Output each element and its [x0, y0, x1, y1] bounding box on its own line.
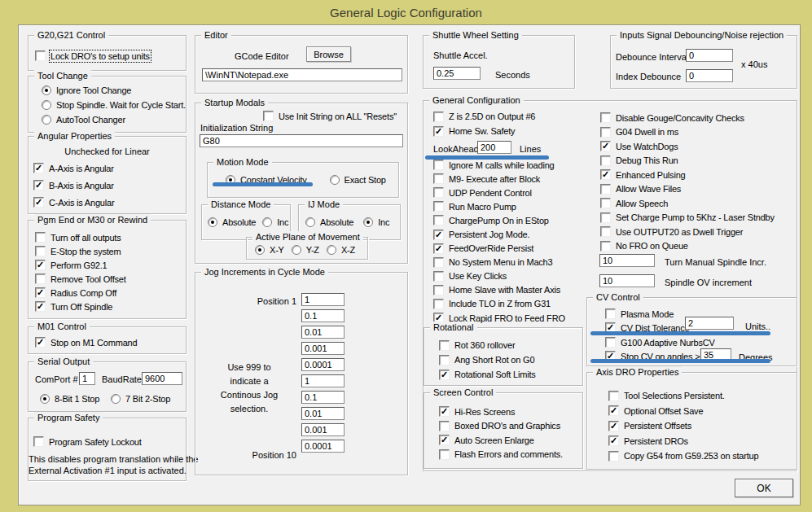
radio-button[interactable]: [255, 245, 265, 255]
checkbox-row[interactable]: Persistent Offsets: [608, 418, 758, 434]
checkbox[interactable]: [33, 197, 44, 208]
checkbox-row[interactable]: Perform G92.1: [35, 258, 126, 272]
g100-nurbs-row[interactable]: G100 Adaptive NurbsCV: [605, 337, 715, 348]
checkbox[interactable]: [600, 127, 611, 138]
checkbox-row[interactable]: FeedOverRide Persist: [433, 242, 565, 256]
checkbox-row[interactable]: No FRO on Queue: [600, 239, 775, 254]
checkbox-row[interactable]: Boxed DRO's and Graphics: [439, 419, 563, 434]
shuttle-accel-input[interactable]: [433, 67, 481, 80]
checkbox[interactable]: [600, 226, 611, 237]
checkbox-row[interactable]: ChargePump On in EStop: [433, 213, 565, 227]
checkbox[interactable]: [600, 198, 611, 208]
checkbox[interactable]: [439, 370, 450, 380]
checkbox[interactable]: [433, 112, 444, 122]
checkbox-row[interactable]: Use Key Clicks: [433, 269, 565, 283]
checkbox-row[interactable]: Debug This Run: [600, 154, 775, 168]
radio-button[interactable]: [330, 175, 340, 185]
checkbox-row[interactable]: Radius Comp Off: [35, 286, 126, 300]
checkbox-row[interactable]: Z is 2.5D on Output #6: [433, 109, 535, 124]
checkbox[interactable]: [433, 187, 444, 198]
radio-row[interactable]: Inc: [363, 215, 389, 229]
radio-row[interactable]: X-Z: [327, 244, 355, 256]
checkbox[interactable]: [608, 391, 619, 401]
checkbox[interactable]: [608, 405, 619, 416]
radio-button[interactable]: [305, 217, 315, 227]
checkbox[interactable]: [35, 274, 46, 284]
checkbox[interactable]: [600, 155, 611, 166]
radio-row[interactable]: Absolute: [208, 215, 256, 229]
checkbox-row[interactable]: UDP Pendent Control: [433, 186, 565, 199]
checkbox[interactable]: [433, 173, 444, 184]
checkbox[interactable]: [433, 126, 444, 137]
checkbox-row[interactable]: Ang Short Rot on G0: [439, 352, 536, 367]
radio-row[interactable]: Stop Spindle. Wait for Cycle Start.: [42, 98, 186, 112]
jog-increment-input[interactable]: [301, 342, 345, 355]
radio-row[interactable]: AutoTool Changer: [42, 112, 186, 127]
jog-increment-input[interactable]: [301, 440, 345, 453]
checkbox[interactable]: [33, 180, 44, 190]
checkbox[interactable]: [608, 451, 619, 462]
checkbox[interactable]: [433, 243, 444, 254]
checkbox[interactable]: [433, 257, 444, 268]
radio-button[interactable]: [40, 394, 50, 404]
radio-button[interactable]: [42, 100, 51, 110]
checkbox[interactable]: [605, 309, 616, 319]
jog-increment-input[interactable]: [301, 358, 345, 371]
radio-button[interactable]: [363, 217, 373, 227]
checkbox[interactable]: [35, 246, 46, 256]
checkbox-row[interactable]: Turn off all outputs: [35, 230, 126, 244]
radio-row[interactable]: X-Y: [255, 244, 284, 256]
radio-row[interactable]: Absolute: [305, 215, 353, 229]
checkbox-row[interactable]: Auto Screen Enlarge: [439, 433, 563, 448]
checkbox[interactable]: [33, 436, 44, 447]
checkbox-row[interactable]: No System Menu in Mach3: [433, 256, 565, 269]
checkbox[interactable]: [35, 337, 46, 348]
checkbox[interactable]: [433, 201, 444, 212]
checkbox[interactable]: [439, 435, 450, 445]
checkbox[interactable]: [35, 260, 46, 270]
checkbox-row[interactable]: Allow Wave Files: [600, 182, 775, 197]
checkbox[interactable]: [433, 215, 444, 225]
checkbox[interactable]: [600, 184, 611, 195]
radio-button[interactable]: [111, 394, 121, 404]
checkbox[interactable]: [608, 435, 619, 446]
baudrate-input[interactable]: [142, 372, 182, 385]
ok-button[interactable]: OK: [735, 479, 793, 497]
gcode-editor-path-input[interactable]: [202, 68, 402, 81]
checkbox[interactable]: [35, 287, 46, 298]
checkbox-row[interactable]: Home Slave with Master Axis: [433, 283, 565, 297]
jog-increment-input[interactable]: [301, 374, 345, 387]
checkbox-row[interactable]: Rotational Soft Limits: [439, 367, 536, 382]
checkbox-row[interactable]: Stop on M1 Command: [35, 335, 137, 349]
checkbox-row[interactable]: Persistent DROs: [608, 434, 758, 449]
jog-increment-input[interactable]: [301, 326, 345, 339]
index-debounce-input[interactable]: [686, 69, 733, 82]
radio-row[interactable]: Exact Stop: [330, 173, 386, 186]
checkbox[interactable]: [439, 421, 450, 431]
checkbox-row[interactable]: B-Axis is Angular: [33, 177, 114, 194]
cv-dist-tolerance-input[interactable]: [685, 317, 734, 330]
checkbox-row[interactable]: Remove Tool Offset: [35, 272, 126, 286]
jog-increment-input[interactable]: [301, 423, 345, 436]
checkbox[interactable]: [439, 340, 450, 351]
checkbox-row[interactable]: Rot 360 rollover: [439, 338, 536, 352]
checkbox[interactable]: [439, 406, 450, 417]
browse-button[interactable]: Browse: [306, 46, 351, 62]
radio-button[interactable]: [42, 115, 51, 125]
checkbox-row[interactable]: Home Sw. Safety: [433, 124, 535, 138]
checkbox[interactable]: [35, 301, 46, 312]
checkbox[interactable]: [439, 449, 450, 460]
lookahead-input[interactable]: [477, 141, 511, 154]
checkbox-row[interactable]: Flash Errors and comments.: [439, 448, 563, 462]
checkbox[interactable]: [433, 160, 444, 170]
checkbox[interactable]: [605, 337, 616, 348]
radio-row[interactable]: Y-Z: [292, 244, 319, 256]
checkbox[interactable]: [433, 271, 444, 282]
checkbox-row[interactable]: Use WatchDogs: [600, 139, 775, 154]
checkbox-row[interactable]: Hi-Res Screens: [439, 405, 563, 419]
jog-increment-input[interactable]: [301, 293, 345, 306]
checkbox-row[interactable]: Optional Offset Save: [608, 404, 758, 419]
checkbox[interactable]: [35, 232, 46, 243]
initialization-string-input[interactable]: [200, 134, 403, 147]
radio-button[interactable]: [262, 217, 272, 227]
